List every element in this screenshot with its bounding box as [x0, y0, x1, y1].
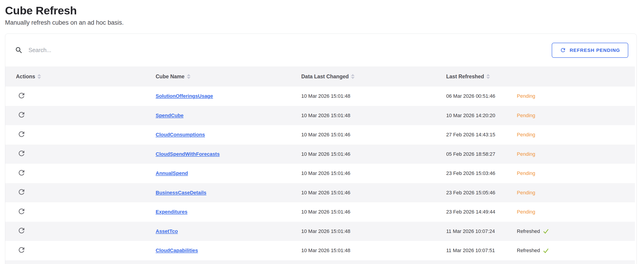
cell-last-refreshed: 05 Feb 2026 18:58:27	[446, 151, 517, 157]
status-badge: Pending	[517, 93, 535, 99]
status-badge: Pending	[517, 151, 535, 157]
cube-name-link[interactable]: CloudSpendWithForecasts	[156, 151, 220, 157]
status-badge: Pending	[517, 209, 535, 215]
cell-cube-name: AnnualSpend	[156, 170, 301, 176]
cell-cube-name: CloudCapabilities	[156, 247, 301, 253]
cell-data-last-changed: 10 Mar 2026 15:01:48	[301, 93, 446, 99]
refresh-pending-button-label: REFRESH PENDING	[570, 48, 620, 53]
table-row: CloudSpendWithForecasts 10 Mar 2026 15:0…	[5, 145, 635, 164]
header-cell-last-refreshed[interactable]: Last Refreshed	[446, 74, 517, 80]
row-refresh-button[interactable]	[17, 207, 26, 216]
header-cell-actions[interactable]: Actions	[16, 74, 156, 80]
cube-refresh-page: Cube Refresh Manually refresh cubes on a…	[0, 0, 644, 264]
cell-last-refreshed: 27 Feb 2026 14:43:15	[446, 132, 517, 138]
refresh-icon	[17, 246, 26, 254]
cell-status: Pending	[517, 170, 635, 176]
cell-last-refreshed: 23 Feb 2026 14:49:44	[446, 209, 517, 215]
sort-icon	[486, 74, 490, 79]
cube-table: Actions Cube Name Data Last Changed Last…	[5, 66, 635, 260]
sort-icon	[351, 74, 354, 79]
cube-name-link[interactable]: CloudCapabilities	[156, 247, 198, 253]
cube-name-link[interactable]: SpendCube	[156, 113, 184, 118]
row-refresh-button[interactable]	[17, 188, 26, 196]
search-icon	[15, 46, 23, 54]
table-row: CloudCapabilities 10 Mar 2026 15:01:48 1…	[5, 241, 635, 260]
cube-name-link[interactable]: AnnualSpend	[156, 170, 188, 176]
header-label: Actions	[16, 74, 35, 80]
cell-data-last-changed: 10 Mar 2026 15:01:46	[301, 209, 446, 215]
refresh-icon	[17, 130, 26, 139]
sort-icon	[37, 74, 41, 79]
header-cell-data-last-changed[interactable]: Data Last Changed	[301, 74, 446, 80]
cube-name-link[interactable]: Expenditures	[156, 209, 187, 215]
header-cell-cube-name[interactable]: Cube Name	[156, 74, 301, 80]
cell-status: Pending	[517, 113, 635, 118]
cube-name-link[interactable]: SolutionOfferingsUsage	[156, 93, 213, 99]
refresh-pending-button[interactable]: REFRESH PENDING	[552, 43, 628, 58]
cell-status: Pending	[517, 132, 635, 138]
row-refresh-button[interactable]	[17, 149, 26, 158]
row-refresh-button[interactable]	[17, 91, 26, 100]
status-badge: Pending	[517, 132, 535, 138]
page-title: Cube Refresh	[5, 4, 77, 17]
cell-actions	[16, 149, 156, 159]
header-label: Last Refreshed	[446, 74, 484, 80]
header-label: Data Last Changed	[301, 74, 349, 80]
cell-data-last-changed: 10 Mar 2026 15:01:48	[301, 113, 446, 118]
refresh-icon	[17, 188, 26, 196]
search-input[interactable]	[28, 47, 552, 53]
table-row: BusinessCaseDetails 10 Mar 2026 15:01:46…	[5, 183, 635, 203]
cell-data-last-changed: 10 Mar 2026 15:01:46	[301, 170, 446, 176]
cell-last-refreshed: 10 Mar 2026 14:20:20	[446, 113, 517, 118]
refresh-icon	[17, 149, 26, 158]
cell-status: Pending	[517, 151, 635, 157]
content-card: REFRESH PENDING Actions Cube Name Data L…	[5, 34, 637, 264]
table-row: Expenditures 10 Mar 2026 15:01:46 23 Feb…	[5, 202, 635, 222]
row-refresh-button[interactable]	[17, 169, 26, 177]
search-bar	[15, 46, 552, 54]
table-row: AssetTco 10 Mar 2026 15:01:48 11 Mar 202…	[5, 222, 635, 241]
table-row-partial	[5, 260, 635, 264]
status-badge: Pending	[517, 170, 535, 176]
cube-name-link[interactable]: CloudConsumptions	[156, 132, 205, 138]
cell-cube-name: SpendCube	[156, 113, 301, 118]
cube-name-link[interactable]: AssetTco	[156, 228, 178, 234]
cell-actions	[16, 188, 156, 198]
table-row: SpendCube 10 Mar 2026 15:01:48 10 Mar 20…	[5, 106, 635, 125]
cell-data-last-changed: 10 Mar 2026 15:01:46	[301, 151, 446, 157]
status-badge: Refreshed	[517, 247, 540, 253]
cell-actions	[16, 130, 156, 140]
sort-icon	[187, 74, 190, 79]
cell-actions	[16, 169, 156, 178]
cell-last-refreshed: 11 Mar 2026 10:07:51	[446, 247, 517, 253]
cell-cube-name: BusinessCaseDetails	[156, 190, 301, 196]
cell-actions	[16, 246, 156, 255]
cell-last-refreshed: 23 Feb 2026 15:03:46	[446, 170, 517, 176]
table-body: SolutionOfferingsUsage 10 Mar 2026 15:01…	[5, 87, 635, 260]
refresh-icon	[560, 47, 566, 53]
table-header: Actions Cube Name Data Last Changed Last…	[5, 66, 635, 87]
cell-status: Pending	[517, 209, 635, 215]
status-badge: Pending	[517, 113, 535, 118]
cell-data-last-changed: 10 Mar 2026 15:01:46	[301, 190, 446, 196]
cell-status: Pending	[517, 93, 635, 99]
cell-data-last-changed: 10 Mar 2026 15:01:48	[301, 228, 446, 234]
row-refresh-button[interactable]	[17, 130, 26, 139]
cell-data-last-changed: 10 Mar 2026 15:01:46	[301, 132, 446, 138]
cell-status: Pending	[517, 190, 635, 196]
status-badge: Pending	[517, 190, 535, 196]
refresh-icon	[17, 110, 26, 119]
refresh-icon	[17, 207, 26, 216]
toolbar: REFRESH PENDING	[5, 34, 636, 66]
cell-status: Refreshed	[517, 228, 635, 234]
table-row: CloudConsumptions 10 Mar 2026 15:01:46 2…	[5, 125, 635, 145]
row-refresh-button[interactable]	[17, 246, 26, 254]
refresh-icon	[17, 169, 26, 177]
row-refresh-button[interactable]	[17, 226, 26, 235]
page-subtitle: Manually refresh cubes on an ad hoc basi…	[5, 19, 124, 26]
cell-actions	[16, 226, 156, 236]
row-refresh-button[interactable]	[17, 110, 26, 119]
cube-name-link[interactable]: BusinessCaseDetails	[156, 190, 206, 195]
table-row: AnnualSpend 10 Mar 2026 15:01:46 23 Feb …	[5, 164, 635, 183]
cell-cube-name: CloudConsumptions	[156, 132, 301, 138]
